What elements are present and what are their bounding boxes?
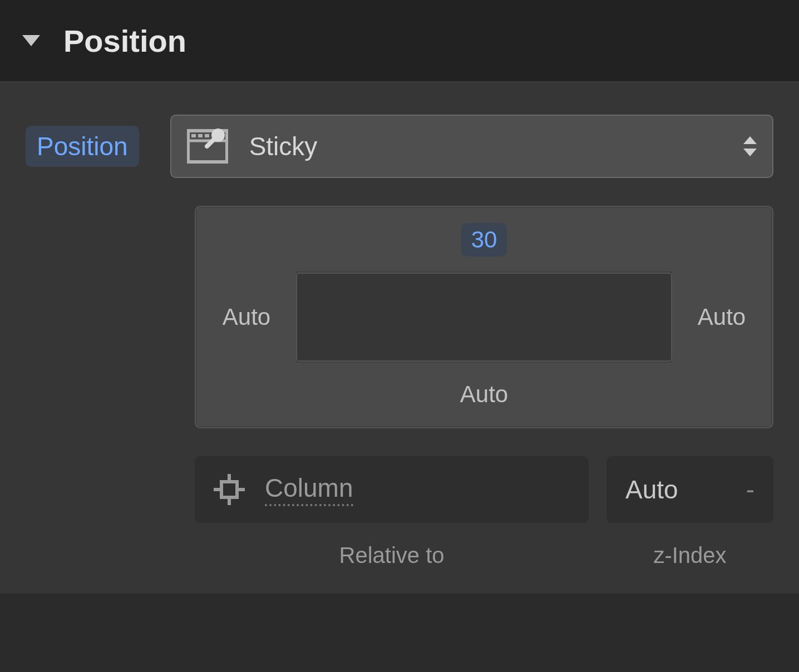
offset-right-value: Auto [698, 304, 746, 330]
disclosure-triangle-icon[interactable] [22, 35, 40, 46]
offset-left-value: Auto [223, 304, 270, 330]
offset-bottom-value: Auto [460, 381, 508, 408]
zindex-value: Auto [625, 475, 746, 505]
position-type-row: Position Sticky [26, 115, 773, 178]
position-section-body: Position Sticky 30 [0, 82, 799, 594]
zindex-group: Auto - z-Index [606, 456, 773, 568]
relative-to-group: Column Relative to [195, 456, 589, 568]
offset-top-value: 30 [461, 223, 507, 256]
offset-top-input[interactable]: 30 [197, 208, 771, 271]
position-type-dropdown[interactable]: Sticky [170, 115, 773, 178]
offset-bottom-input[interactable]: Auto [197, 363, 771, 426]
position-type-value: Sticky [249, 131, 743, 161]
svg-rect-7 [221, 482, 237, 497]
zindex-label: z-Index [653, 543, 726, 568]
dropdown-chevron-icon [743, 136, 757, 156]
relative-to-value: Column [265, 473, 353, 506]
svg-rect-1 [191, 134, 196, 137]
sticky-icon [187, 129, 228, 164]
target-icon [214, 474, 245, 505]
position-label[interactable]: Position [26, 126, 139, 167]
position-bottom-row: Column Relative to Auto - z-Index [195, 456, 773, 568]
relative-to-label: Relative to [339, 543, 445, 568]
svg-rect-2 [198, 134, 203, 137]
zindex-suffix: - [746, 475, 754, 505]
zindex-input[interactable]: Auto - [606, 456, 773, 523]
svg-rect-3 [205, 134, 209, 137]
position-offset-control: 30 Auto Auto Auto [195, 206, 773, 428]
offset-center-preview [296, 273, 672, 362]
relative-to-button[interactable]: Column [195, 456, 589, 523]
section-title: Position [63, 23, 186, 59]
position-section-header[interactable]: Position [0, 0, 799, 82]
